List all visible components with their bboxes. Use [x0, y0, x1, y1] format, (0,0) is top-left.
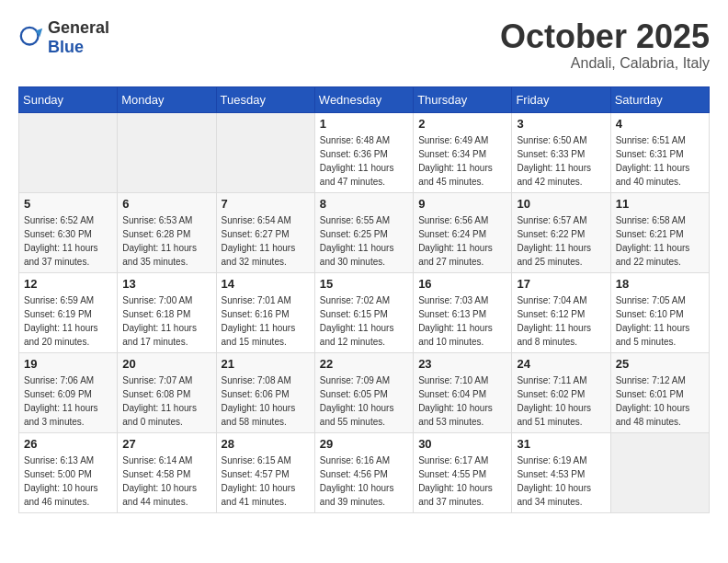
- logo-text-blue: Blue: [48, 38, 84, 56]
- calendar-week-row: 12Sunrise: 6:59 AM Sunset: 6:19 PM Dayli…: [19, 272, 710, 352]
- calendar-cell: 26Sunrise: 6:13 AM Sunset: 5:00 PM Dayli…: [19, 432, 118, 512]
- day-number: 17: [517, 277, 605, 291]
- day-info: Sunrise: 6:19 AM Sunset: 4:53 PM Dayligh…: [517, 454, 605, 509]
- calendar-cell: 19Sunrise: 7:06 AM Sunset: 6:09 PM Dayli…: [19, 352, 118, 432]
- weekday-header-wednesday: Wednesday: [314, 86, 413, 112]
- calendar-cell: 28Sunrise: 6:15 AM Sunset: 4:57 PM Dayli…: [216, 432, 314, 512]
- day-info: Sunrise: 7:03 AM Sunset: 6:13 PM Dayligh…: [418, 293, 506, 349]
- day-number: 3: [517, 117, 605, 131]
- day-number: 23: [418, 357, 506, 371]
- calendar-cell: 11Sunrise: 6:58 AM Sunset: 6:21 PM Dayli…: [610, 192, 709, 272]
- day-number: 22: [320, 357, 408, 371]
- calendar-cell: 23Sunrise: 7:10 AM Sunset: 6:04 PM Dayli…: [414, 352, 512, 432]
- day-number: 1: [320, 117, 408, 131]
- day-info: Sunrise: 7:06 AM Sunset: 6:09 PM Dayligh…: [24, 373, 112, 429]
- calendar-cell: 6Sunrise: 6:53 AM Sunset: 6:28 PM Daylig…: [118, 192, 216, 272]
- weekday-header-sunday: Sunday: [19, 86, 118, 112]
- day-info: Sunrise: 6:14 AM Sunset: 4:58 PM Dayligh…: [122, 454, 210, 509]
- page-header: General Blue October 2025 Andali, Calabr…: [18, 18, 710, 72]
- day-number: 31: [517, 437, 605, 451]
- calendar-cell: 16Sunrise: 7:03 AM Sunset: 6:13 PM Dayli…: [414, 272, 512, 352]
- calendar-cell: 9Sunrise: 6:56 AM Sunset: 6:24 PM Daylig…: [414, 192, 512, 272]
- day-number: 5: [24, 197, 112, 211]
- day-number: 7: [222, 197, 310, 211]
- calendar-cell: 24Sunrise: 7:11 AM Sunset: 6:02 PM Dayli…: [512, 352, 610, 432]
- calendar-cell: 27Sunrise: 6:14 AM Sunset: 4:58 PM Dayli…: [118, 432, 216, 512]
- calendar-cell: [118, 112, 216, 192]
- day-number: 14: [222, 277, 310, 291]
- day-number: 27: [122, 437, 210, 451]
- day-number: 24: [517, 357, 605, 371]
- weekday-header-saturday: Saturday: [610, 86, 709, 112]
- day-number: 12: [24, 277, 112, 291]
- day-info: Sunrise: 7:01 AM Sunset: 6:16 PM Dayligh…: [222, 293, 310, 349]
- day-info: Sunrise: 6:57 AM Sunset: 6:22 PM Dayligh…: [517, 213, 605, 269]
- day-number: 4: [616, 117, 704, 131]
- day-number: 20: [122, 357, 210, 371]
- day-number: 18: [616, 277, 704, 291]
- day-info: Sunrise: 7:12 AM Sunset: 6:01 PM Dayligh…: [616, 373, 704, 429]
- calendar-cell: 3Sunrise: 6:50 AM Sunset: 6:33 PM Daylig…: [512, 112, 610, 192]
- weekday-header-thursday: Thursday: [414, 86, 512, 112]
- day-info: Sunrise: 6:52 AM Sunset: 6:30 PM Dayligh…: [24, 213, 112, 269]
- day-info: Sunrise: 7:09 AM Sunset: 6:05 PM Dayligh…: [320, 373, 408, 429]
- calendar-cell: [19, 112, 118, 192]
- day-info: Sunrise: 6:48 AM Sunset: 6:36 PM Dayligh…: [320, 133, 408, 189]
- day-info: Sunrise: 6:51 AM Sunset: 6:31 PM Dayligh…: [616, 133, 704, 189]
- calendar-table: SundayMondayTuesdayWednesdayThursdayFrid…: [18, 86, 710, 513]
- day-number: 25: [616, 357, 704, 371]
- day-info: Sunrise: 6:53 AM Sunset: 6:28 PM Dayligh…: [122, 213, 210, 269]
- weekday-header-friday: Friday: [512, 86, 610, 112]
- day-info: Sunrise: 6:13 AM Sunset: 5:00 PM Dayligh…: [24, 454, 112, 509]
- day-info: Sunrise: 7:00 AM Sunset: 6:18 PM Dayligh…: [122, 293, 210, 349]
- day-number: 26: [24, 437, 112, 451]
- calendar-week-row: 1Sunrise: 6:48 AM Sunset: 6:36 PM Daylig…: [19, 112, 710, 192]
- calendar-cell: 12Sunrise: 6:59 AM Sunset: 6:19 PM Dayli…: [19, 272, 118, 352]
- calendar-cell: 14Sunrise: 7:01 AM Sunset: 6:16 PM Dayli…: [216, 272, 314, 352]
- day-number: 21: [222, 357, 310, 371]
- calendar-cell: 30Sunrise: 6:17 AM Sunset: 4:55 PM Dayli…: [414, 432, 512, 512]
- calendar-cell: 18Sunrise: 7:05 AM Sunset: 6:10 PM Dayli…: [610, 272, 709, 352]
- day-info: Sunrise: 6:50 AM Sunset: 6:33 PM Dayligh…: [517, 133, 605, 189]
- day-number: 29: [320, 437, 408, 451]
- day-number: 16: [418, 277, 506, 291]
- day-number: 10: [517, 197, 605, 211]
- calendar-cell: 4Sunrise: 6:51 AM Sunset: 6:31 PM Daylig…: [610, 112, 709, 192]
- calendar-cell: 15Sunrise: 7:02 AM Sunset: 6:15 PM Dayli…: [314, 272, 413, 352]
- svg-point-0: [21, 28, 39, 45]
- logo: General Blue: [18, 18, 109, 57]
- day-info: Sunrise: 7:05 AM Sunset: 6:10 PM Dayligh…: [616, 293, 704, 349]
- day-number: 8: [320, 197, 408, 211]
- day-number: 11: [616, 197, 704, 211]
- calendar-cell: [610, 432, 709, 512]
- day-number: 13: [122, 277, 210, 291]
- day-info: Sunrise: 7:07 AM Sunset: 6:08 PM Dayligh…: [122, 373, 210, 429]
- day-number: 30: [418, 437, 506, 451]
- calendar-cell: 20Sunrise: 7:07 AM Sunset: 6:08 PM Dayli…: [118, 352, 216, 432]
- day-info: Sunrise: 7:04 AM Sunset: 6:12 PM Dayligh…: [517, 293, 605, 349]
- calendar-cell: 17Sunrise: 7:04 AM Sunset: 6:12 PM Dayli…: [512, 272, 610, 352]
- day-number: 2: [418, 117, 506, 131]
- month-title: October 2025: [500, 18, 710, 55]
- title-block: October 2025 Andali, Calabria, Italy: [500, 18, 710, 72]
- day-info: Sunrise: 7:08 AM Sunset: 6:06 PM Dayligh…: [222, 373, 310, 429]
- day-info: Sunrise: 7:11 AM Sunset: 6:02 PM Dayligh…: [517, 373, 605, 429]
- calendar-cell: 13Sunrise: 7:00 AM Sunset: 6:18 PM Dayli…: [118, 272, 216, 352]
- calendar-cell: 29Sunrise: 6:16 AM Sunset: 4:56 PM Dayli…: [314, 432, 413, 512]
- day-info: Sunrise: 7:02 AM Sunset: 6:15 PM Dayligh…: [320, 293, 408, 349]
- logo-icon: [18, 25, 44, 51]
- calendar-week-row: 26Sunrise: 6:13 AM Sunset: 5:00 PM Dayli…: [19, 432, 710, 512]
- calendar-cell: 10Sunrise: 6:57 AM Sunset: 6:22 PM Dayli…: [512, 192, 610, 272]
- calendar-cell: 5Sunrise: 6:52 AM Sunset: 6:30 PM Daylig…: [19, 192, 118, 272]
- calendar-week-row: 19Sunrise: 7:06 AM Sunset: 6:09 PM Dayli…: [19, 352, 710, 432]
- weekday-header-tuesday: Tuesday: [216, 86, 314, 112]
- day-info: Sunrise: 6:49 AM Sunset: 6:34 PM Dayligh…: [418, 133, 506, 189]
- day-info: Sunrise: 6:58 AM Sunset: 6:21 PM Dayligh…: [616, 213, 704, 269]
- day-number: 28: [222, 437, 310, 451]
- day-info: Sunrise: 6:54 AM Sunset: 6:27 PM Dayligh…: [222, 213, 310, 269]
- day-info: Sunrise: 6:55 AM Sunset: 6:25 PM Dayligh…: [320, 213, 408, 269]
- calendar-cell: [216, 112, 314, 192]
- day-number: 6: [122, 197, 210, 211]
- calendar-cell: 1Sunrise: 6:48 AM Sunset: 6:36 PM Daylig…: [314, 112, 413, 192]
- day-info: Sunrise: 6:59 AM Sunset: 6:19 PM Dayligh…: [24, 293, 112, 349]
